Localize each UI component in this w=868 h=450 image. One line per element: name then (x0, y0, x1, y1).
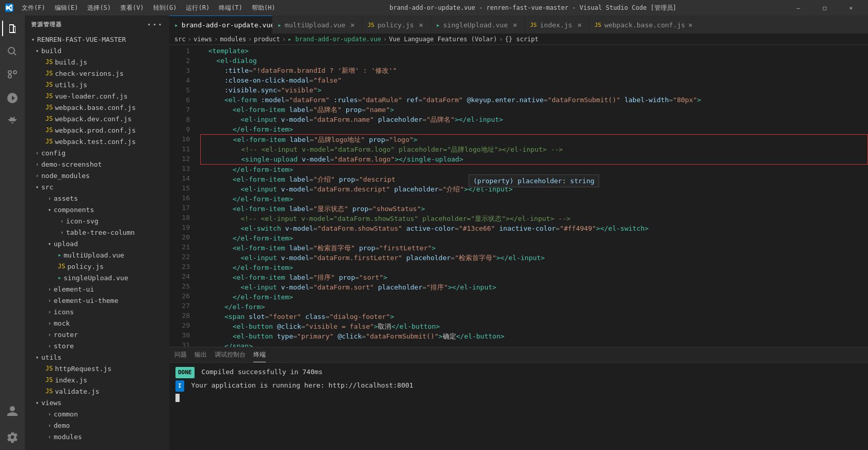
menu-edit[interactable]: 编辑(E) (51, 2, 83, 14)
tab-policy-close[interactable]: ✕ (417, 21, 425, 29)
bc-src[interactable]: src (174, 36, 186, 43)
tree-icon-svg[interactable]: › icon-svg (25, 215, 169, 227)
tree-http-request[interactable]: JS httpRequest.js (25, 363, 169, 374)
tree-modules[interactable]: › modules (25, 431, 169, 442)
tree-upload[interactable]: ▾ upload (25, 238, 169, 249)
tree-components[interactable]: ▾ components (25, 204, 169, 215)
activity-accounts[interactable] (2, 401, 23, 422)
tree-check-versions[interactable]: JS check-versions.js (25, 68, 169, 79)
tree-config[interactable]: › config (25, 147, 169, 158)
tab-vue-icon3: ▸ (436, 21, 440, 29)
maximize-button[interactable]: □ (813, 0, 837, 15)
tree-assets[interactable]: › assets (25, 192, 169, 204)
tree-common[interactable]: › common (25, 408, 169, 420)
tree-webpack-prod[interactable]: JS webpack.prod.conf.js (25, 124, 169, 136)
tree-single-upload[interactable]: ▸ singleUpload.vue (25, 272, 169, 283)
tree-build-js[interactable]: JS build.js (25, 56, 169, 68)
menu-select[interactable]: 选择(S) (83, 2, 115, 14)
js-file-icon10: JS (45, 365, 53, 372)
code-editor[interactable]: <template> <el-dialog :title="!dataForm.… (195, 45, 868, 347)
tab-multiupload-label: multiUpload.vue (285, 21, 345, 29)
bc-file[interactable]: ▸ brand-add-or-update.vue (288, 36, 381, 43)
tree-webpack-dev[interactable]: JS webpack.dev.conf.js (25, 113, 169, 124)
tab-webpack[interactable]: JS webpack.base.conf.js ✕ (589, 15, 693, 34)
tab-policy[interactable]: JS policy.js ✕ (362, 15, 431, 34)
code-line-8: <el-input v-model="dataForm.name" placeh… (200, 115, 868, 124)
activity-explorer[interactable] (2, 18, 23, 39)
menu-terminal[interactable]: 终端(T) (215, 2, 247, 14)
tab-index-close[interactable]: ✕ (575, 21, 584, 29)
panel-tab-terminal[interactable]: 终端 (253, 348, 266, 362)
activity-run[interactable] (2, 88, 23, 108)
tab-brand-add[interactable]: ▸ brand-add-or-update.vue ✕ (169, 15, 272, 34)
tree-tabletree-label: table-tree-column (66, 229, 135, 236)
minimize-button[interactable]: — (786, 0, 810, 15)
activity-extensions[interactable] (2, 111, 23, 132)
tree-validate[interactable]: JS validate.js (25, 385, 169, 397)
tab-single-close[interactable]: ✕ (511, 21, 519, 29)
tree-mock[interactable]: › mock (25, 317, 169, 329)
tree-table-tree[interactable]: › table-tree-column (25, 227, 169, 238)
bc-sep4: › (282, 36, 286, 43)
tree-element-ui-theme[interactable]: › element-ui-theme (25, 295, 169, 306)
panel-tab-output[interactable]: 输出 (195, 348, 207, 362)
code-line-12: <single-upload v-model="dataForm.logo"><… (201, 154, 867, 164)
close-button[interactable]: ✕ (839, 0, 863, 15)
tree-webpack-base[interactable]: JS webpack.base.conf.js (25, 102, 169, 113)
tree-src-arrow: ▾ (33, 184, 41, 190)
activity-bar (0, 15, 25, 450)
tree-build[interactable]: ▾ build (25, 45, 169, 56)
tab-index[interactable]: JS index.js ✕ (525, 15, 589, 34)
tree-node-modules[interactable]: › node_modules (25, 170, 169, 181)
tree-webpack-test[interactable]: JS webpack.test.conf.js (25, 136, 169, 147)
tab-single-upload[interactable]: ▸ singleUpload.vue ✕ (431, 15, 525, 34)
js-file-icon12: JS (45, 388, 53, 395)
tree-root[interactable]: ▾ RENREN-FAST-VUE-MASTER (25, 34, 169, 45)
menu-file[interactable]: 文件(F) (18, 2, 50, 14)
tree-store[interactable]: › store (25, 340, 169, 351)
activity-search[interactable] (2, 41, 23, 62)
tree-element-ui[interactable]: › element-ui (25, 283, 169, 295)
tree-demo-label: demo-screenshot (41, 160, 102, 168)
tree-vue-loader[interactable]: JS vue-loader.conf.js (25, 90, 169, 102)
tab-multi-close[interactable]: ✕ (348, 21, 357, 29)
tree-demo[interactable]: › demo (25, 420, 169, 431)
tab-webpack-close[interactable]: ✕ (688, 21, 693, 29)
activity-source-control[interactable] (2, 65, 23, 85)
bc-product[interactable]: product (254, 36, 280, 43)
bc-modules[interactable]: modules (220, 36, 246, 43)
vscode-logo (5, 4, 13, 12)
tree-src[interactable]: ▾ src (25, 181, 169, 192)
js-file-icon11: JS (45, 376, 53, 383)
menu-help[interactable]: 帮助(H) (248, 2, 280, 14)
menu-view[interactable]: 查看(V) (116, 2, 148, 14)
tree-utils-dir[interactable]: ▾ utils (25, 351, 169, 363)
bc-volar[interactable]: Vue Language Features (Volar) (389, 36, 497, 43)
bc-views[interactable]: views (194, 36, 212, 43)
tree-icons[interactable]: › icons (25, 306, 169, 317)
bc-script[interactable]: {} script (505, 36, 539, 43)
tree-mock-label: mock (54, 319, 70, 327)
js-file-icon5: JS (45, 104, 53, 111)
tree-index-utils[interactable]: JS index.js (25, 374, 169, 385)
menu-run[interactable]: 运行(R) (182, 2, 214, 14)
tree-multi-upload[interactable]: ▸ multiUpload.vue (25, 249, 169, 261)
sidebar-more-button[interactable]: ··· (147, 20, 163, 29)
tree-policy[interactable]: JS policy.js (25, 261, 169, 272)
tree-router[interactable]: › router (25, 329, 169, 340)
tab-vue-icon2: ▸ (278, 21, 282, 29)
highlight-region: <el-form-item label="品牌logo地址" prop="log… (200, 134, 868, 165)
menu-goto[interactable]: 转到(G) (149, 2, 181, 14)
panel-tab-debug[interactable]: 调试控制台 (215, 348, 246, 362)
tree-demo-screenshot[interactable]: › demo-screenshot (25, 158, 169, 170)
tree-webpackdev-label: webpack.dev.conf.js (55, 115, 132, 123)
code-line-17: <el-form-item label="显示状态" prop="showSta… (200, 204, 868, 214)
activity-settings[interactable] (2, 427, 23, 447)
tree-utils[interactable]: JS utils.js (25, 79, 169, 90)
tree-components-label: components (54, 206, 94, 214)
tree-webpacktest-label: webpack.test.conf.js (55, 138, 136, 146)
tree-router-arrow: › (45, 332, 54, 338)
panel-tab-problems[interactable]: 问题 (174, 348, 187, 362)
tab-multi-upload[interactable]: ▸ multiUpload.vue ✕ (272, 15, 362, 34)
tree-views[interactable]: ▾ views (25, 397, 169, 408)
